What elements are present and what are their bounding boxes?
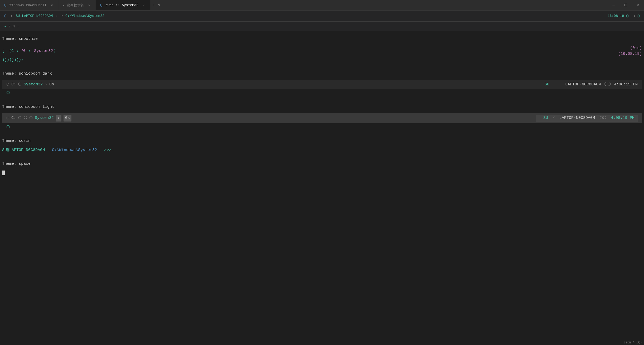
- maximize-button[interactable]: □: [620, 0, 632, 11]
- sl-sep3: ⬡: [29, 115, 33, 121]
- sl-arrow: ›: [57, 116, 60, 120]
- nav-arrows: ‹ ⬡: [633, 14, 640, 18]
- smoothie-line1: [ ⟨C › W › System32 ⟩ (0ms) (16:08:19): [2, 45, 642, 57]
- add-tab-button[interactable]: +: [151, 3, 157, 8]
- theme-sorin-section: Theme: sorin SU@LAPTOP-N0C8DA0M C:\Windo…: [2, 138, 642, 153]
- path-text: C:\Windows\System32: [65, 14, 104, 18]
- sl-left: ⬡ C: ⬡ ⬡ ⬡ System32 › 0s: [6, 115, 71, 122]
- sd-icon1: ⬡: [6, 82, 9, 87]
- nav-back-arrow[interactable]: ‹: [633, 14, 636, 18]
- minimize-button[interactable]: —: [608, 0, 620, 11]
- sl-right: | SU / LAPTOP-N0C8DA0M ⬡⬡ 4:08:19 PM: [536, 115, 638, 122]
- sd-spaces: [553, 82, 562, 88]
- terminal-content: Theme: smoothie [ ⟨C › W › System32 ⟩ (0…: [0, 31, 644, 186]
- sd-left: ⬡ C: ⬡ System32 › 0s: [6, 82, 54, 88]
- sd-sep: ⬡: [18, 82, 22, 88]
- breadcrumb-sep2: ›: [56, 14, 58, 18]
- sm-arrow2: ›: [26, 48, 33, 54]
- title-bar: ⬡ Windows PowerShell ✕ ▪ 命令提示符 ✕ ⬡ pwsh …: [0, 0, 644, 11]
- sp-at-icon: @: [13, 25, 15, 28]
- theme-smoothie-section: Theme: smoothie [ ⟨C › W › System32 ⟩ (0…: [2, 36, 642, 63]
- sl-pipe: |: [539, 115, 541, 121]
- breadcrumb-sep1: ›: [11, 14, 13, 18]
- bottom-watermark: CSDN @ ジン: [622, 340, 644, 345]
- sorin-space: [47, 148, 50, 152]
- space-cursor: [2, 171, 5, 175]
- sl-arrow-bg: ›: [56, 115, 61, 122]
- sl-clock: 4:08:19 PM: [611, 115, 635, 121]
- smoothie-left: [ ⟨C › W › System32 ⟩: [2, 48, 56, 54]
- cmd-tab-close[interactable]: ✕: [87, 3, 91, 7]
- sl-time: 0s: [64, 115, 71, 122]
- clock-time: 16:08:19: [608, 14, 624, 18]
- theme-sorin-label: Theme: sorin: [2, 138, 642, 144]
- sm-paren-close: ⟩: [54, 48, 56, 54]
- tab-dropdown-button[interactable]: ∨: [157, 3, 162, 8]
- clock-icon: ⬡: [626, 14, 629, 18]
- sd-right: SU LAPTOP-N0C8DA0M ⬡⬡ 4:08:19 PM: [545, 82, 638, 88]
- theme-space-section: Theme: space: [2, 161, 642, 176]
- sd-host: LAPTOP-N0C8DA0M: [565, 82, 601, 88]
- sp-hash-icon: #: [8, 25, 11, 28]
- sm-bracket-open: [: [2, 48, 4, 54]
- sl-sep1: ⬡: [18, 115, 22, 121]
- sm-0ms: (0ms): [630, 45, 642, 51]
- sm-paren-open: ⟨C: [9, 48, 14, 54]
- theme-smoothie-label: Theme: smoothie: [2, 36, 642, 42]
- sd-icons2: ⬡⬡: [604, 82, 611, 88]
- sm-sys: System32: [34, 48, 53, 54]
- cmd-tab-icon: ▪: [62, 3, 65, 7]
- sonicboom-light-bar: ⬡ C: ⬡ ⬡ ⬡ System32 › 0s | SU / LAPTOP-N…: [2, 113, 642, 123]
- close-button[interactable]: ✕: [632, 0, 644, 11]
- smoothie-right: (0ms) (16:08:19): [618, 45, 642, 57]
- tab-pwsh[interactable]: ⬡ pwsh :: System32 ✕: [96, 0, 150, 10]
- sm-clock: (16:08:19): [618, 51, 642, 57]
- host-text: SU□LAPTOP-N0C8DA0M: [16, 14, 53, 18]
- window-controls: — □ ✕: [608, 0, 644, 11]
- theme-sonicboom-dark-label: Theme: sonicboom_dark: [2, 71, 642, 77]
- sl-prompt-line: ⬡: [2, 124, 642, 130]
- sm-prompt-chars: ))))))))›: [2, 57, 23, 63]
- time-display: 16:08:19 ⬡: [608, 14, 629, 18]
- sd-arrow: ›: [45, 82, 47, 88]
- pwsh-tab-close[interactable]: ✕: [142, 3, 146, 7]
- sp-chevron: ›: [17, 25, 19, 28]
- path-icon: ▪: [61, 14, 63, 18]
- space-cursor-line: [2, 170, 642, 176]
- powershell-tab-label: Windows PowerShell: [9, 3, 46, 7]
- sd-dir: System32: [24, 82, 43, 88]
- powershell-tab-icon: ⬡: [4, 3, 7, 7]
- sd-prompt-line: ⬡: [2, 90, 642, 96]
- sl-drive: C:: [11, 115, 16, 121]
- sl-icons2: ⬡⬡: [597, 115, 609, 121]
- sl-sep2: ⬡: [24, 115, 27, 121]
- nav-icon: ⬡: [637, 14, 640, 18]
- sp-tilde-icon: ~: [4, 25, 6, 28]
- theme-sonicboom-light-section: Theme: sonicboom_light ⬡ C: ⬡ ⬡ ⬡ System…: [2, 104, 642, 130]
- sd-prompt-icon: ⬡: [2, 91, 14, 95]
- powershell-tab-close[interactable]: ✕: [50, 3, 54, 7]
- sl-host: LAPTOP-N0C8DA0M: [559, 115, 595, 121]
- sm-arrow1: ›: [14, 48, 21, 54]
- second-prompt-bar: ~ # @ ›: [0, 22, 644, 31]
- sd-user: SU: [545, 82, 549, 88]
- sm-space: [6, 48, 8, 54]
- theme-sonicboom-light-label: Theme: sonicboom_light: [2, 104, 642, 110]
- sd-clock: 4:08:19 PM: [614, 82, 638, 88]
- smoothie-line2: ))))))))›: [2, 57, 642, 63]
- theme-sonicboom-dark-section: Theme: sonicboom_dark ⬡ C: ⬡ System32 › …: [2, 71, 642, 96]
- sd-time: 0s: [49, 82, 54, 88]
- sm-w: W: [22, 48, 25, 54]
- pwsh-tab-label: pwsh :: System32: [105, 3, 138, 7]
- theme-space-label: Theme: space: [2, 161, 642, 167]
- sl-prompt-icon: ⬡: [2, 125, 14, 129]
- smoothie-prompt: [ ⟨C › W › System32 ⟩ (0ms) (16:08:19) )…: [2, 45, 642, 63]
- pwsh-tab-icon: ⬡: [100, 3, 103, 7]
- sorin-space2: [99, 148, 102, 152]
- tab-powershell[interactable]: ⬡ Windows PowerShell ✕: [0, 0, 58, 10]
- host-icon: ⬡: [4, 14, 7, 18]
- sd-drive: C:: [11, 82, 16, 88]
- sl-slash: /: [550, 115, 557, 121]
- tab-cmd[interactable]: ▪ 命令提示符 ✕: [58, 0, 96, 10]
- sonicboom-dark-bar: ⬡ C: ⬡ System32 › 0s SU LAPTOP-N0C8DA0M …: [2, 80, 642, 89]
